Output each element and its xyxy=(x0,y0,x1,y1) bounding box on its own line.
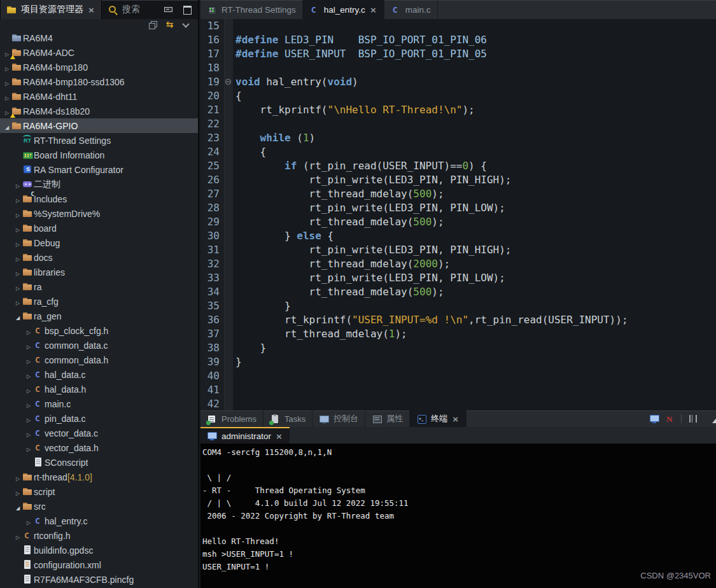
open-terminal-icon[interactable] xyxy=(649,414,660,424)
collapsed-arrow-icon[interactable] xyxy=(13,486,22,498)
tree-item-debug[interactable]: Debug xyxy=(0,235,198,250)
tree-item-ra6m4-dht11[interactable]: RA6M4-dht11 xyxy=(0,89,198,104)
tab-rt-thread-settings[interactable]: RT-Thread Settings xyxy=(200,0,303,19)
line-number[interactable]: 18 xyxy=(200,61,225,75)
tab-main-c[interactable]: main.c xyxy=(384,0,438,19)
collapsed-arrow-icon[interactable] xyxy=(24,383,33,395)
line-number[interactable]: 21 xyxy=(200,103,225,117)
collapsed-arrow-icon[interactable] xyxy=(13,251,22,263)
terminal-output[interactable]: COM4 -sercfg 115200,8,n,1,N \ | /- RT - … xyxy=(200,444,716,588)
expanded-arrow-icon[interactable] xyxy=(13,500,22,512)
tree-item-libraries[interactable]: libraries xyxy=(0,265,198,279)
fold-column[interactable] xyxy=(225,75,233,89)
tree-item-script[interactable]: script xyxy=(0,484,198,499)
collapse-fold-icon[interactable] xyxy=(225,79,231,85)
tab-problems[interactable]: Problems xyxy=(200,410,263,427)
tree-item-src[interactable]: src xyxy=(0,499,198,514)
tree-item-sconscript[interactable]: SConscript xyxy=(0,455,198,470)
tree-item-rt-thread[interactable]: rt-thread [4.1.0] xyxy=(0,470,198,484)
line-number[interactable]: 23 xyxy=(200,131,225,145)
link-with-editor-icon[interactable] xyxy=(164,20,175,31)
collapsed-arrow-icon[interactable] xyxy=(24,368,33,381)
collapsed-arrow-icon[interactable] xyxy=(13,222,22,234)
tree-item-common-data-h[interactable]: common_data.h xyxy=(0,353,198,367)
collapsed-arrow-icon[interactable] xyxy=(13,207,22,220)
line-number[interactable]: 15 xyxy=(200,19,225,33)
collapsed-arrow-icon[interactable] xyxy=(13,295,22,307)
tree-item-configuration-xml[interactable]: configuration.xml xyxy=(0,557,198,572)
tab-terminal[interactable]: 终端 xyxy=(410,410,467,427)
tab-project-explorer[interactable]: 项目资源管理器 xyxy=(0,0,102,19)
collapsed-arrow-icon[interactable] xyxy=(24,427,33,439)
line-number[interactable]: 37 xyxy=(200,327,225,341)
tree-item-ra[interactable]: ra xyxy=(0,279,198,294)
tree-item-pin-data-c[interactable]: pin_data.c xyxy=(0,411,198,426)
tree-item-rt-thread-settings[interactable]: RT-Thread Settings xyxy=(0,133,198,148)
code-editor[interactable]: 1516#define LED3_PIN BSP_IO_PORT_01_PIN_… xyxy=(200,19,716,410)
tree-item-board-information[interactable]: Board Information xyxy=(0,148,198,162)
line-number[interactable]: 42 xyxy=(200,397,225,410)
tree-item-board[interactable]: board xyxy=(0,221,198,235)
line-number[interactable]: 29 xyxy=(200,215,225,229)
terminal-session-tab[interactable]: administrator xyxy=(200,427,290,444)
scroll-lock-icon[interactable] xyxy=(687,414,698,424)
tree-item-r7fa6m4af3cfb-pincfg[interactable]: R7FA6M4AF3CFB.pincfg xyxy=(0,572,198,587)
tree-item-ra6m4-ds18b20[interactable]: RA6M4-ds18b20 xyxy=(0,104,198,118)
line-number[interactable]: 39 xyxy=(200,355,225,369)
line-number[interactable]: 36 xyxy=(200,313,225,327)
tree-item-vector-data-c[interactable]: vector_data.c xyxy=(0,426,198,440)
line-number[interactable]: 32 xyxy=(200,257,225,271)
collapsed-arrow-icon[interactable] xyxy=(13,237,22,249)
tree-item-ra6m4-bmp180[interactable]: RA6M4-bmp180 xyxy=(0,60,198,74)
collapsed-arrow-icon[interactable] xyxy=(13,529,22,542)
maximize-icon[interactable] xyxy=(182,4,193,15)
tab-hal-entry-c[interactable]: hal_entry.c xyxy=(303,0,384,19)
tab-tasks[interactable]: Tasks xyxy=(263,410,312,427)
collapsed-arrow-icon[interactable] xyxy=(13,193,22,205)
command-input-icon[interactable] xyxy=(664,414,675,424)
tree-item-systemdrive[interactable]: %SystemDrive% xyxy=(0,206,198,221)
collapsed-arrow-icon[interactable] xyxy=(24,442,33,454)
line-number[interactable]: 25 xyxy=(200,159,225,173)
tree-item-binaries[interactable]: 二进制 xyxy=(0,177,198,192)
collapsed-arrow-icon[interactable] xyxy=(24,515,33,527)
tree-item-docs[interactable]: docs xyxy=(0,250,198,265)
tree-item-rtconfig-h[interactable]: rtconfig.h xyxy=(0,528,198,543)
close-icon[interactable] xyxy=(275,431,283,441)
collapsed-arrow-icon[interactable] xyxy=(24,412,33,424)
collapsed-arrow-icon[interactable] xyxy=(24,398,33,410)
tree-item-ra6m4[interactable]: RA6M4 xyxy=(0,31,198,45)
line-number[interactable]: 17 xyxy=(200,47,225,61)
tab-search[interactable]: 搜索 xyxy=(102,0,146,19)
tree-item-buildinfo-gpdsc[interactable]: buildinfo.gpdsc xyxy=(0,543,198,557)
close-icon[interactable] xyxy=(451,414,460,424)
line-number[interactable]: 38 xyxy=(200,341,225,355)
line-number[interactable]: 26 xyxy=(200,173,225,187)
tree-item-ra6m4-adc[interactable]: RA6M4-ADC xyxy=(0,45,198,60)
line-number[interactable]: 20 xyxy=(200,89,225,103)
collapsed-arrow-icon[interactable] xyxy=(13,178,22,190)
tree-item-vector-data-h[interactable]: vector_data.h xyxy=(0,440,198,455)
minimize-icon[interactable] xyxy=(163,4,174,15)
line-number[interactable]: 31 xyxy=(200,243,225,257)
close-icon[interactable] xyxy=(369,5,377,15)
close-icon[interactable] xyxy=(87,5,95,15)
tree-item-hal-entry-c[interactable]: hal_entry.c xyxy=(0,514,198,528)
view-menu-icon[interactable] xyxy=(181,20,192,31)
collapsed-arrow-icon[interactable] xyxy=(24,339,33,351)
line-number[interactable]: 30 xyxy=(200,229,225,243)
expanded-arrow-icon[interactable] xyxy=(13,310,22,322)
tree-item-hal-data-h[interactable]: hal_data.h xyxy=(0,382,198,396)
tree-item-includes[interactable]: Includes xyxy=(0,192,198,206)
collapsed-arrow-icon[interactable] xyxy=(3,61,11,73)
line-number[interactable]: 35 xyxy=(200,299,225,313)
line-number[interactable]: 40 xyxy=(200,369,225,383)
tree-item-ra-cfg[interactable]: ra_cfg xyxy=(0,294,198,309)
collapsed-arrow-icon[interactable] xyxy=(24,325,33,337)
collapsed-arrow-icon[interactable] xyxy=(24,354,33,366)
tree-item-ra-smart-configurator[interactable]: RA Smart Configurator xyxy=(0,162,198,177)
line-number[interactable]: 22 xyxy=(200,117,225,131)
restore-icon[interactable] xyxy=(703,414,713,424)
expanded-arrow-icon[interactable] xyxy=(3,120,11,132)
line-number[interactable]: 24 xyxy=(200,145,225,159)
